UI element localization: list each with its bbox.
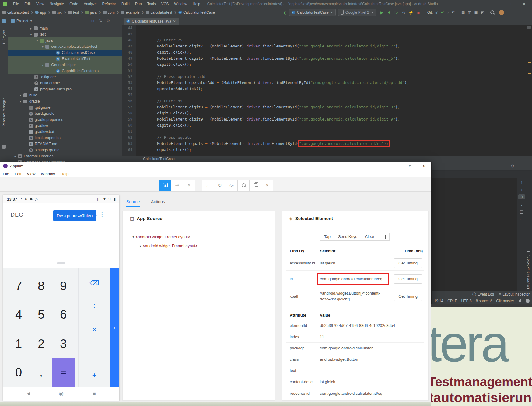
calc-key-6[interactable]: 6 [60,308,67,321]
get-timing-button[interactable]: Get Timing [394,274,422,284]
clear-button[interactable]: Clear [361,233,378,241]
tree-item-generalhelper[interactable]: ▾GeneralHelper [8,62,122,68]
menu-item-run[interactable]: Run [132,2,145,6]
tree-item-exampleunittest[interactable]: CExampleUnitTest [8,56,122,62]
breadcrumb-item[interactable]: com [103,10,115,15]
attribute-row[interactable]: index11 [286,331,424,343]
avd-manager-icon[interactable]: ◫ [468,10,471,15]
get-timing-button[interactable]: Get Timing [394,292,422,301]
attribute-row[interactable]: packagecom.google.android.calculator [286,343,424,354]
tap-by-coordinates-button[interactable]: ⌖ [183,180,195,191]
menu-item-navigate[interactable]: Navigate [47,2,67,6]
status-line-separator[interactable]: CRLF [447,299,457,303]
tool-strip-project-label[interactable]: 1: Project [2,25,6,44]
close-icon[interactable]: ✕ [417,164,431,168]
swipe-by-coordinates-button[interactable]: ⇀ [171,180,183,191]
tree-item-build-gradle[interactable]: Gbuild.gradle [8,110,122,117]
tree-item-gradlew[interactable]: >gradlew [8,123,122,129]
git-update-icon[interactable]: ↙ [435,10,438,15]
hide-panel-icon[interactable]: — [114,19,118,23]
calc-mode-label[interactable]: DEG [11,212,23,218]
chevron-right-icon[interactable]: ▸ [19,100,23,103]
calc-key-1[interactable]: 1 [15,337,22,351]
run-panel-console[interactable] [432,178,517,291]
menu-item-tools[interactable]: Tools [145,2,159,6]
tree-item-gradle[interactable]: ▸gradle [8,98,122,104]
status-layout-inspector[interactable]: ⧈Layout Inspector [499,292,530,296]
send-keys-button[interactable]: Send Keys [334,233,361,241]
lock-icon[interactable] [519,300,521,302]
source-tree-item[interactable]: ▾<android.widget.FrameLayout> [123,233,275,241]
tab-actions[interactable]: Actions [151,199,165,204]
status-event-log[interactable]: ◯Event Log [472,292,494,296]
maximize-icon[interactable]: □ [506,2,518,6]
nav-home-icon[interactable]: ◉ [59,390,64,397]
run-configuration-select[interactable]: C CalculatorTestCase ▼ [289,9,336,16]
chevron-right-icon[interactable]: ▸ [13,155,17,158]
appium-menu-view[interactable]: View [24,172,38,176]
scrollbar-thumb[interactable] [527,26,531,29]
calc-key-minus[interactable]: − [92,348,96,357]
minimize-icon[interactable]: — [389,164,403,168]
quit-session-button[interactable]: × [261,180,273,191]
apply-changes-icon[interactable]: ⚡ [408,10,415,15]
tree-item-readme-md[interactable]: ≡README.md [8,141,122,147]
chevron-right-icon[interactable]: ▸ [138,244,143,247]
tree-item-settings-gradle[interactable]: Gsettings.gradle [8,147,122,153]
tree-item-gitignore[interactable]: !.gitignore [8,74,122,80]
tree-item-proguard-rules-pro[interactable]: ≡proguard-rules.pro [8,86,122,92]
run-icon[interactable]: ▶ [379,10,385,15]
appium-menu-help[interactable]: Help [58,172,72,176]
tab-source[interactable]: Source [126,199,140,204]
status-git-branch[interactable]: Git: master [496,299,514,303]
calc-key-equals[interactable]: = [60,366,66,378]
calc-key-4[interactable]: 4 [15,308,22,321]
hide-panel-icon[interactable]: — [520,164,524,168]
tree-item-build[interactable]: ▸build [8,92,122,98]
project-view-title[interactable]: Project [16,19,28,23]
chevron-right-icon[interactable]: ▸ [29,27,33,30]
chevron-down-icon[interactable]: ▾ [29,33,33,36]
scroll-up-icon[interactable]: ↑ [521,180,523,184]
overflow-menu-icon[interactable]: ⋮ [99,211,105,218]
run-tool-window-tab[interactable]: CalculatorTestCase [122,156,532,162]
gear-icon[interactable]: ⚙ [511,164,514,168]
copy-attributes-button[interactable] [378,233,390,241]
calc-key-divide[interactable]: ÷ [92,302,96,311]
calc-key-comma[interactable]: , [40,366,42,378]
back-button[interactable]: ← [202,180,214,191]
chevron-down-icon[interactable]: ▾ [35,39,39,42]
gear-icon[interactable]: ⚙ [106,19,110,23]
nav-back-icon[interactable]: ◀ [26,391,30,396]
appium-menu-file[interactable]: File [0,172,12,176]
menu-item-help[interactable]: Help [190,2,203,6]
attribute-row[interactable]: classandroid.widget.Button [286,354,424,365]
attribute-row[interactable]: checkablefalse [286,399,424,401]
calc-key-3[interactable]: 3 [60,337,67,351]
chevron-down-icon[interactable]: ▾ [40,45,45,48]
scroll-down-icon[interactable]: ↓ [521,187,523,192]
menu-item-analyze[interactable]: Analyze [81,2,100,6]
menu-item-vcs[interactable]: VCS [159,2,172,6]
tap-button[interactable]: Tap [320,233,334,241]
scroll-to-end-icon[interactable]: ⇣ [520,202,523,207]
editor-tab[interactable]: C CalculatorTestCase.java ✕ [124,18,179,25]
tree-item-local-properties[interactable]: %local.properties [8,135,122,141]
findby-row[interactable]: xpath//android.widget.Button[@content-de… [286,288,424,305]
breadcrumb-item[interactable]: test [68,10,79,15]
calc-key-2[interactable]: 2 [38,337,44,351]
appium-menu-window[interactable]: Window [38,172,58,176]
appium-menu-edit[interactable]: Edit [12,172,24,176]
chevron-down-icon[interactable]: ▾ [131,235,135,239]
menu-item-code[interactable]: Code [67,2,81,6]
project-tool-icon[interactable] [2,19,6,23]
attribute-row[interactable]: resource-idcom.google.android.calculator… [286,388,424,399]
calc-key-0[interactable]: 0 [15,366,22,379]
attribute-row[interactable]: elementIdd52a3970-4d07-4156-88d6-4c19202… [286,320,424,331]
breadcrumb-item[interactable]: app [35,10,46,15]
chevron-down-icon[interactable]: ▼ [30,19,33,23]
chevron-down-icon[interactable]: ▾ [40,63,45,67]
tree-item-external-libraries[interactable]: ▸≣External Libraries [8,153,122,159]
tree-item-java[interactable]: ▾java [8,37,122,44]
tree-item-main[interactable]: ▸main [8,25,122,31]
